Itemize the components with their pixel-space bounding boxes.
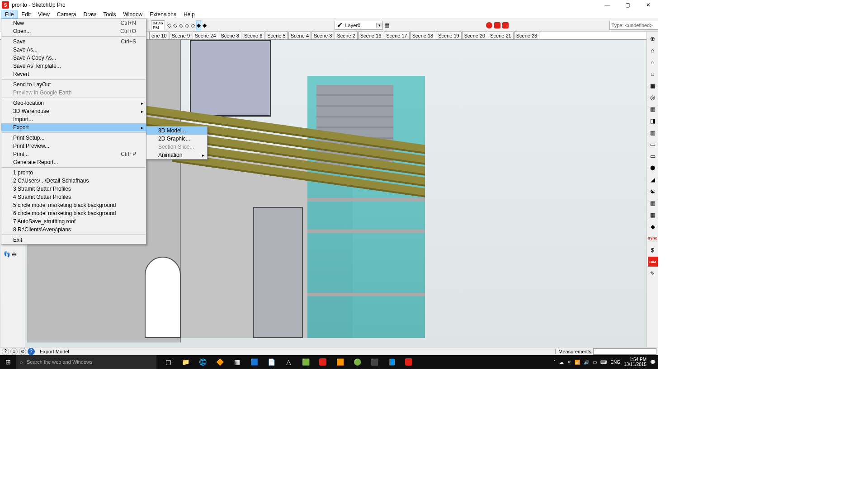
app-icon[interactable]: 📘 bbox=[383, 355, 400, 369]
measurements-input[interactable] bbox=[593, 348, 656, 355]
menu-view[interactable]: View bbox=[34, 10, 53, 19]
menu-camera[interactable]: Camera bbox=[53, 10, 80, 19]
scene-tab[interactable]: Scene 3 bbox=[311, 32, 334, 39]
drive-icon[interactable]: △ bbox=[280, 355, 297, 369]
right-tool-icon[interactable]: sync bbox=[648, 233, 658, 243]
right-tool-icon[interactable]: ⊕ bbox=[648, 33, 658, 43]
right-tool-icon[interactable]: ◢ bbox=[648, 174, 658, 184]
scene-tab[interactable]: Scene 20 bbox=[462, 32, 487, 39]
layer-manager-icon[interactable]: ▦ bbox=[384, 20, 390, 30]
tray-icon[interactable]: ▭ bbox=[593, 360, 597, 365]
app-icon[interactable]: ▦ bbox=[229, 355, 245, 369]
face-style-icon[interactable]: ◇ bbox=[190, 20, 195, 30]
menu-file[interactable]: File bbox=[1, 10, 18, 19]
menu-item[interactable]: Send to LayOut bbox=[1, 80, 146, 89]
close-button[interactable]: ✕ bbox=[638, 0, 658, 10]
scene-tab[interactable]: Scene 24 bbox=[193, 32, 218, 39]
sheets-icon[interactable]: 🟩 bbox=[297, 355, 314, 369]
tray-keyboard-icon[interactable]: ⌨ bbox=[600, 360, 607, 365]
scene-tab[interactable]: Scene 23 bbox=[514, 32, 539, 39]
menu-item[interactable]: Export▸ bbox=[1, 123, 146, 131]
menu-item[interactable]: SaveCtrl+S bbox=[1, 38, 146, 46]
tray-volume-icon[interactable]: 🔊 bbox=[584, 360, 589, 365]
taskbar-search[interactable]: ⌕ Search the web and Windows bbox=[16, 355, 156, 369]
app-icon[interactable]: ⬛ bbox=[366, 355, 382, 369]
submenu-item[interactable]: 3D Model... bbox=[146, 127, 207, 135]
menu-edit[interactable]: Edit bbox=[18, 10, 34, 19]
menu-item[interactable]: 6 circle model marketing black backgroun… bbox=[1, 209, 146, 217]
tray-icon[interactable]: ✕ bbox=[567, 360, 571, 365]
app-icon[interactable]: 🔶 bbox=[212, 355, 228, 369]
right-tool-icon[interactable]: ▭ bbox=[648, 151, 658, 161]
chrome-icon[interactable]: 🌐 bbox=[194, 355, 211, 369]
face-style-icon[interactable]: ◇ bbox=[179, 20, 184, 30]
menu-item[interactable]: 4 Stramit Gutter Profiles bbox=[1, 193, 146, 201]
menu-item[interactable]: Print Preview... bbox=[1, 142, 146, 150]
right-tool-icon[interactable]: ⌂ bbox=[648, 57, 658, 67]
face-style-active-icon[interactable]: ◆ bbox=[196, 20, 201, 30]
maximize-button[interactable]: ▢ bbox=[618, 0, 638, 10]
menu-item[interactable]: 7 AutoSave_struttting roof bbox=[1, 217, 146, 225]
menu-item[interactable]: 2 C:\Users\...\Detail-Schlafhaus bbox=[1, 177, 146, 185]
scene-tab[interactable]: ene 10 bbox=[149, 32, 169, 39]
right-tool-icon[interactable]: ⌂ bbox=[648, 69, 658, 79]
scene-tab[interactable]: Scene 2 bbox=[335, 32, 357, 39]
menu-item[interactable]: Import... bbox=[1, 115, 146, 123]
layer-visible-check[interactable]: ✔ bbox=[335, 21, 344, 29]
notifications-icon[interactable]: 💬 bbox=[650, 360, 656, 365]
menu-item[interactable]: Print Setup... bbox=[1, 134, 146, 142]
menu-help[interactable]: Help bbox=[180, 10, 198, 19]
face-style-icon[interactable]: ◇ bbox=[173, 20, 178, 30]
user-icon[interactable]: ☺ bbox=[10, 348, 18, 355]
right-tool-icon[interactable]: ▦ bbox=[648, 80, 658, 90]
right-tool-icon[interactable]: ⌂ bbox=[648, 45, 658, 55]
dropdown-arrow-icon[interactable]: ▾ bbox=[376, 23, 382, 28]
menu-item[interactable]: 8 R:\Clients\Avery\plans bbox=[1, 225, 146, 234]
menu-window[interactable]: Window bbox=[120, 10, 146, 19]
tool-icon[interactable] bbox=[486, 20, 493, 30]
menu-item[interactable]: Save A Copy As... bbox=[1, 54, 146, 62]
scene-tab[interactable]: Scene 8 bbox=[219, 32, 241, 39]
right-tool-icon[interactable]: ▥ bbox=[648, 127, 658, 137]
right-tool-icon[interactable]: ▦ bbox=[648, 210, 658, 220]
footprint-icon[interactable]: 👣 ⊕ bbox=[4, 251, 24, 258]
menu-item[interactable]: Save As... bbox=[1, 46, 146, 54]
menu-item[interactable]: 3 Stramit Gutter Profiles bbox=[1, 185, 146, 193]
tray-icon[interactable]: ☁ bbox=[559, 360, 564, 365]
scene-tab[interactable]: Scene 5 bbox=[265, 32, 288, 39]
submenu-item[interactable]: 2D Graphic... bbox=[146, 135, 207, 143]
tool-icon[interactable] bbox=[502, 20, 509, 30]
face-style-icon[interactable]: ◇ bbox=[167, 20, 172, 30]
tray-chevron-icon[interactable]: ˄ bbox=[553, 360, 556, 365]
type-selector[interactable]: Type: <undefined> ▾ bbox=[609, 21, 658, 30]
menu-item[interactable]: Generate Report... bbox=[1, 158, 146, 166]
scene-tab[interactable]: Scene 17 bbox=[384, 32, 409, 39]
help-icon[interactable]: ? bbox=[2, 348, 9, 355]
right-tool-icon[interactable]: ☯ bbox=[648, 186, 658, 196]
menu-item[interactable]: 3D Warehouse▸ bbox=[1, 107, 146, 115]
scene-tab[interactable]: Scene 21 bbox=[488, 32, 513, 39]
right-tool-icon[interactable]: ◆ bbox=[648, 221, 658, 231]
right-tool-icon[interactable]: ▦ bbox=[648, 198, 658, 208]
face-style-icon[interactable]: ◆ bbox=[202, 20, 207, 30]
layer-selector[interactable]: ✔ Layer0 ▾ bbox=[335, 21, 383, 30]
menu-tools[interactable]: Tools bbox=[100, 10, 120, 19]
right-tool-icon[interactable]: ▦ bbox=[648, 104, 658, 114]
menu-item[interactable]: NewCtrl+N bbox=[1, 19, 146, 27]
tool-icon[interactable] bbox=[494, 20, 501, 30]
app-icon[interactable]: 🟦 bbox=[246, 355, 262, 369]
right-tool-icon[interactable]: ◨ bbox=[648, 116, 658, 126]
right-tool-icon[interactable]: BIM bbox=[648, 257, 658, 267]
right-tool-icon[interactable]: ◎ bbox=[648, 92, 658, 102]
scene-tab[interactable]: Scene 19 bbox=[436, 32, 461, 39]
menu-item[interactable]: Exit bbox=[1, 236, 146, 244]
right-tool-icon[interactable]: ✎ bbox=[648, 268, 658, 278]
menu-item[interactable]: Save As Template... bbox=[1, 62, 146, 70]
tray-lang[interactable]: ENG bbox=[610, 360, 620, 365]
menu-extensions[interactable]: Extensions bbox=[146, 10, 180, 19]
scene-tab[interactable]: Scene 18 bbox=[410, 32, 435, 39]
menu-item[interactable]: 5 circle model marketing black backgroun… bbox=[1, 201, 146, 209]
geo-icon[interactable]: ⊙ bbox=[19, 348, 26, 355]
submenu-item[interactable]: Animation▸ bbox=[146, 151, 207, 159]
scene-tab[interactable]: Scene 16 bbox=[358, 32, 383, 39]
